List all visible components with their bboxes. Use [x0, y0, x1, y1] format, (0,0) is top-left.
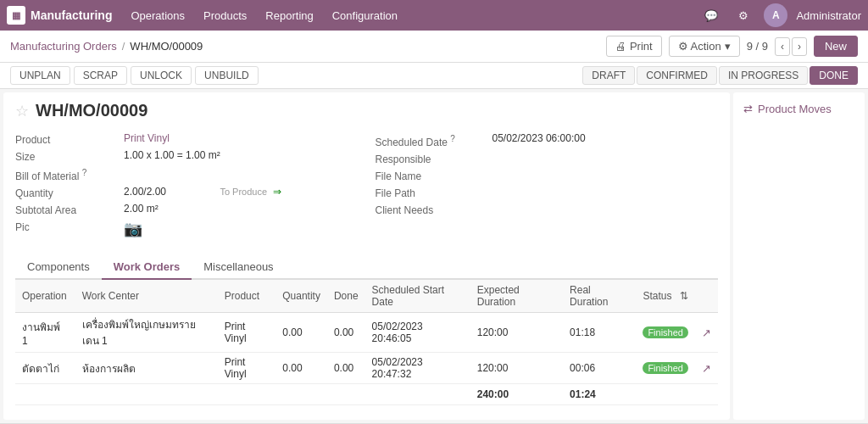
- file-name-value: [492, 169, 719, 182]
- status-confirmed[interactable]: CONFIRMED: [637, 66, 717, 85]
- user-avatar[interactable]: A: [764, 3, 787, 27]
- breadcrumb-left: Manufacturing Orders / WH/MO/00009: [10, 40, 203, 53]
- star-icon[interactable]: ☆: [15, 102, 29, 120]
- table-row: ตัดตาไก่ ห้องการผลิต Print Vinyl 0.00 0.…: [15, 353, 718, 384]
- sort-icon[interactable]: ⇅: [680, 290, 688, 302]
- brand-icon: ▦: [7, 6, 25, 25]
- th-scheduled-start: Scheduled Start Date: [365, 280, 470, 313]
- client-needs-label: Client Needs: [376, 203, 486, 216]
- to-produce-icon: ⇒: [273, 186, 281, 198]
- camera-icon: 📷: [124, 220, 142, 237]
- ext-link-icon[interactable]: ↗: [702, 326, 711, 339]
- td-operation: งานพิมพ์ 1: [15, 313, 75, 353]
- td-expected-duration: 120:00: [470, 353, 563, 384]
- breadcrumb-right: 🖨 Print ⚙ Action ▾ 9 / 9 ‹ › New: [606, 36, 858, 57]
- tab-work-orders[interactable]: Work Orders: [102, 255, 192, 280]
- subtotal-area-label: Subtotal Area: [15, 203, 117, 216]
- file-path-label: File Path: [376, 186, 486, 199]
- th-actions: [695, 280, 718, 313]
- breadcrumb-current: WH/MO/00009: [130, 40, 203, 53]
- nav-products[interactable]: Products: [195, 4, 255, 27]
- th-status: Status ⇅: [636, 280, 695, 313]
- ext-link-icon[interactable]: ↗: [702, 362, 711, 375]
- new-button[interactable]: New: [814, 36, 858, 57]
- brand-name: Manufacturing: [31, 8, 112, 22]
- scrap-button[interactable]: SCRAP: [74, 66, 127, 85]
- pic-value: 📷: [124, 220, 359, 238]
- breadcrumb: Manufacturing Orders / WH/MO/00009 🖨 Pri…: [0, 31, 868, 63]
- client-needs-value: [492, 203, 719, 216]
- nav-items: Operations Products Reporting Configurat…: [122, 4, 699, 27]
- prev-button[interactable]: ‹: [775, 37, 790, 56]
- record-title: ☆ WH/MO/00009: [15, 101, 718, 120]
- th-quantity: Quantity: [275, 280, 327, 313]
- tab-miscellaneous[interactable]: Miscellaneous: [192, 255, 285, 280]
- action-button[interactable]: ⚙ Action ▾: [669, 36, 740, 57]
- file-path-value: [492, 186, 719, 199]
- unplan-button[interactable]: UNPLAN: [10, 66, 70, 85]
- chat-icon[interactable]: 💬: [699, 3, 723, 27]
- work-orders-table: Operation Work Center Product Quantity D…: [15, 280, 718, 405]
- size-label: Size: [15, 149, 117, 163]
- status-draft[interactable]: DRAFT: [582, 66, 635, 85]
- next-button[interactable]: ›: [792, 37, 807, 56]
- td-scheduled-start: 05/02/2023 20:46:05: [365, 313, 470, 353]
- th-work-center: Work Center: [75, 280, 218, 313]
- responsible-value: [492, 152, 719, 165]
- scheduled-date-label: Scheduled Date ?: [376, 132, 486, 148]
- td-ext-link: ↗: [695, 313, 718, 353]
- form-right: Scheduled Date ? 05/02/2023 06:00:00 Res…: [376, 132, 719, 243]
- action-bar: UNPLAN SCRAP UNLOCK UNBUILD DRAFT CONFIR…: [0, 63, 868, 89]
- th-product: Product: [218, 280, 275, 313]
- breadcrumb-parent[interactable]: Manufacturing Orders: [10, 40, 117, 53]
- td-status: Finished: [636, 313, 695, 353]
- table-footer-row: 240:00 01:24: [15, 384, 718, 405]
- status-badge: Finished: [643, 326, 688, 338]
- unbuild-button[interactable]: UNBUILD: [195, 66, 259, 85]
- action-buttons: UNPLAN SCRAP UNLOCK UNBUILD: [10, 66, 259, 85]
- td-quantity: 0.00: [275, 313, 327, 353]
- nav-operations[interactable]: Operations: [122, 4, 193, 27]
- moves-icon: ⇄: [743, 103, 753, 115]
- td-real-total: 01:24: [563, 384, 636, 405]
- td-ext-link: ↗: [695, 353, 718, 384]
- chevron-down-icon: ▾: [725, 40, 731, 53]
- product-value[interactable]: Print Vinyl: [124, 132, 359, 146]
- gear-icon[interactable]: ⚙: [732, 3, 755, 27]
- td-expected-duration: 120:00: [470, 313, 563, 353]
- status-in-progress[interactable]: IN PROGRESS: [719, 66, 808, 85]
- print-icon: 🖨: [615, 40, 626, 53]
- tab-components[interactable]: Components: [15, 255, 102, 280]
- quantity-value: 2.00/2.00 To Produce ⇒: [124, 186, 359, 199]
- td-done: 0.00: [327, 313, 365, 353]
- print-button[interactable]: 🖨 Print: [606, 36, 662, 57]
- nav-configuration[interactable]: Configuration: [324, 4, 406, 27]
- nav-right: 💬 ⚙ A Administrator: [699, 3, 861, 27]
- form-grid-left: Product Print Vinyl Size 1.00 x 1.00 = 1…: [15, 132, 359, 238]
- td-product: Print Vinyl: [218, 313, 275, 353]
- form-grid-right: Scheduled Date ? 05/02/2023 06:00:00 Res…: [376, 132, 719, 216]
- record-id: WH/MO/00009: [36, 101, 147, 120]
- status-done[interactable]: DONE: [810, 66, 858, 85]
- td-real-duration: 00:06: [563, 353, 636, 384]
- product-moves-label: Product Moves: [758, 103, 832, 115]
- form-left: Product Print Vinyl Size 1.00 x 1.00 = 1…: [15, 132, 359, 243]
- td-real-duration: 01:18: [563, 313, 636, 353]
- bom-label: Bill of Material ?: [15, 166, 117, 182]
- table-header-row: Operation Work Center Product Quantity D…: [15, 280, 718, 313]
- top-navigation: ▦ Manufacturing Operations Products Repo…: [0, 0, 868, 31]
- size-value: 1.00 x 1.00 = 1.00 m²: [124, 149, 359, 163]
- form-area: ☆ WH/MO/00009 Product Print Vinyl Size 1…: [3, 92, 730, 420]
- product-moves-panel[interactable]: ⇄ Product Moves: [740, 99, 858, 119]
- td-work-center: ห้องการผลิต: [75, 353, 218, 384]
- td-scheduled-start: 05/02/2023 20:47:32: [365, 353, 470, 384]
- td-footer-spacer: [15, 384, 470, 405]
- brand[interactable]: ▦ Manufacturing: [7, 6, 112, 25]
- th-real-duration: Real Duration: [563, 280, 636, 313]
- unlock-button[interactable]: UNLOCK: [131, 66, 192, 85]
- bom-value: [124, 166, 359, 182]
- td-done: 0.00: [327, 353, 365, 384]
- nav-reporting[interactable]: Reporting: [257, 4, 321, 27]
- quantity-label: Quantity: [15, 186, 117, 199]
- admin-label: Administrator: [796, 9, 861, 22]
